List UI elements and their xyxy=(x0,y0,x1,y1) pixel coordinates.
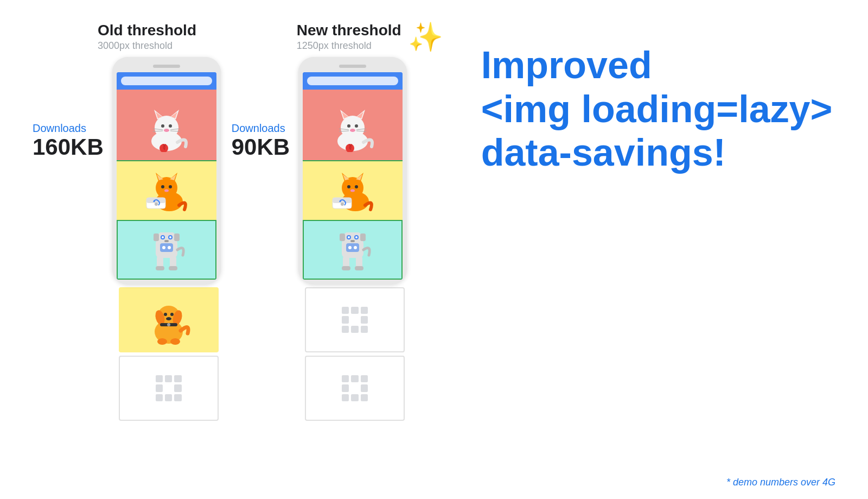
svg-point-55 xyxy=(341,116,365,140)
svg-rect-95 xyxy=(342,266,350,270)
new-below-phone xyxy=(301,287,405,421)
sparkle-icon: ✨ xyxy=(408,23,443,51)
svg-point-21 xyxy=(169,185,172,188)
svg-point-53 xyxy=(170,338,180,345)
svg-rect-29 xyxy=(154,233,159,241)
svg-point-34 xyxy=(169,236,171,238)
new-loading-card-1 xyxy=(305,287,405,352)
old-loading-card xyxy=(119,356,219,421)
cat-white-icon xyxy=(142,98,191,152)
svg-point-91 xyxy=(348,246,352,249)
cat-red-card xyxy=(117,90,216,160)
svg-point-37 xyxy=(162,246,165,249)
old-phone-frame xyxy=(112,57,221,284)
svg-rect-96 xyxy=(355,266,363,270)
svg-rect-90 xyxy=(346,243,359,252)
old-downloads-size: 160KB xyxy=(33,135,104,160)
svg-point-51 xyxy=(167,323,170,326)
svg-point-7 xyxy=(169,124,172,128)
phone-speaker xyxy=(153,65,180,68)
svg-rect-30 xyxy=(174,233,180,241)
headline-line2: <img loading=lazy> xyxy=(481,88,833,130)
old-threshold-title: Old threshold xyxy=(98,22,196,39)
demo-note: * demo numbers over 4G xyxy=(726,477,835,488)
new-threshold-subtitle: 1250px threshold xyxy=(297,40,401,52)
headline-text: Improved <img loading=lazy> data-savings… xyxy=(481,43,833,175)
svg-point-22 xyxy=(164,190,169,192)
svg-rect-42 xyxy=(169,266,177,270)
svg-rect-89 xyxy=(350,240,355,242)
new-robot-dog-card xyxy=(303,220,403,280)
spinner-icon-old xyxy=(156,375,182,401)
new-downloads-label: Downloads xyxy=(232,122,285,135)
svg-point-47 xyxy=(164,313,167,316)
golden-dog-icon xyxy=(147,293,190,347)
svg-point-20 xyxy=(161,185,164,188)
cat-orange-card xyxy=(117,160,216,220)
svg-rect-35 xyxy=(164,240,169,242)
svg-rect-41 xyxy=(156,266,164,270)
new-robot-dog-icon xyxy=(331,223,374,277)
old-dog-yellow-card xyxy=(119,287,219,352)
new-cat-red-card xyxy=(303,90,403,160)
new-phone-url-bar xyxy=(307,77,398,85)
svg-point-74 xyxy=(347,185,350,188)
new-threshold-title: New threshold xyxy=(297,22,401,39)
headline-section: Improved <img loading=lazy> data-savings… xyxy=(481,22,833,175)
old-phone-screen xyxy=(117,72,216,280)
svg-point-88 xyxy=(355,236,358,238)
svg-point-62 xyxy=(350,129,355,132)
svg-point-79 xyxy=(341,203,344,206)
headline-line1: Improved xyxy=(481,44,652,86)
svg-point-25 xyxy=(155,203,158,206)
spinner-icon-new-2 xyxy=(342,375,368,401)
svg-point-1 xyxy=(155,116,178,140)
new-phone-screen xyxy=(303,72,403,280)
new-cat-orange-icon xyxy=(328,166,377,215)
svg-point-60 xyxy=(347,124,350,128)
svg-point-75 xyxy=(355,185,358,188)
svg-point-52 xyxy=(157,338,167,345)
svg-point-33 xyxy=(162,236,164,238)
svg-point-38 xyxy=(168,246,171,249)
svg-point-49 xyxy=(166,317,171,320)
robot-dog-card xyxy=(117,220,216,280)
svg-rect-36 xyxy=(160,243,173,252)
new-phone-speaker xyxy=(339,65,366,68)
phone-url-bar xyxy=(121,77,212,85)
cat-orange-icon xyxy=(142,166,191,215)
old-downloads-label: Downloads xyxy=(33,122,86,135)
new-phone-header-bar xyxy=(303,72,403,90)
old-below-phone xyxy=(114,287,219,421)
svg-rect-84 xyxy=(360,233,366,241)
new-cat-white-icon xyxy=(328,98,377,152)
svg-point-61 xyxy=(355,124,358,128)
svg-point-87 xyxy=(348,236,350,238)
new-phone-frame xyxy=(298,57,407,284)
svg-point-8 xyxy=(164,129,169,132)
old-threshold-subtitle: 3000px threshold xyxy=(98,40,196,52)
robot-dog-icon xyxy=(145,223,188,277)
svg-point-92 xyxy=(354,246,357,249)
svg-rect-83 xyxy=(340,233,345,241)
svg-point-76 xyxy=(350,190,355,192)
svg-point-6 xyxy=(161,124,164,128)
spinner-icon-new-1 xyxy=(342,307,368,333)
new-loading-card-2 xyxy=(305,356,405,421)
svg-point-48 xyxy=(170,313,174,316)
headline-line3: data-savings! xyxy=(481,131,726,174)
new-cat-orange-card xyxy=(303,160,403,220)
phone-header-bar xyxy=(117,72,216,90)
new-downloads-size: 90KB xyxy=(232,135,290,160)
